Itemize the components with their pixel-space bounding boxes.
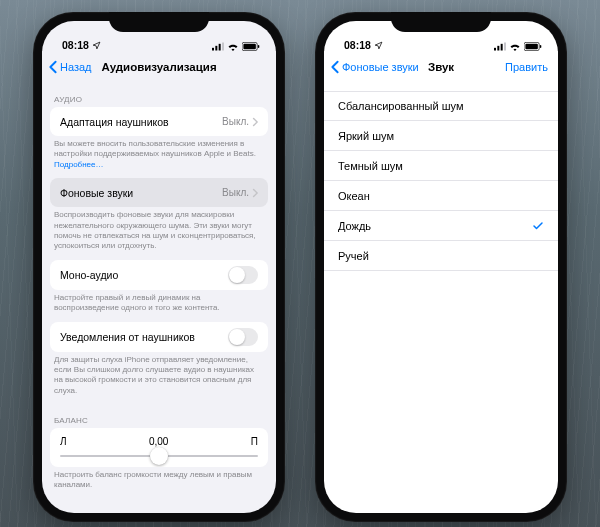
sound-label: Ручей <box>338 250 369 262</box>
iphone-right: 08:18 Фоновые звуки Звук Править Сба <box>315 12 567 522</box>
balance-left-label: Л <box>60 436 67 447</box>
location-icon <box>374 41 383 50</box>
svg-rect-3 <box>222 43 224 51</box>
balance-right-label: П <box>251 436 258 447</box>
svg-rect-12 <box>525 44 537 50</box>
nav-bar: Фоновые звуки Звук Править <box>324 51 558 83</box>
row-value: Выкл. <box>222 187 249 198</box>
row-label: Фоновые звуки <box>60 187 133 199</box>
cellular-icon <box>494 42 506 51</box>
iphone-left: 08:18 Назад Аудиовизуализация АУДИО <box>33 12 285 522</box>
row-headphone-notifications[interactable]: Уведомления от наушников <box>50 322 268 352</box>
row-balance: Л 0,00 П <box>50 428 268 467</box>
chevron-right-icon <box>252 117 258 127</box>
chevron-right-icon <box>252 188 258 198</box>
sound-label: Океан <box>338 190 370 202</box>
status-time: 08:18 <box>62 39 89 51</box>
checkmark-icon <box>532 220 544 232</box>
balance-slider[interactable] <box>60 455 258 457</box>
toggle-headphone-notifications[interactable] <box>228 328 258 346</box>
learn-more-link[interactable]: Подробнее… <box>54 160 104 169</box>
chevron-left-icon <box>48 60 58 74</box>
back-button[interactable]: Назад <box>48 60 92 74</box>
sound-list-content[interactable]: Сбалансированный шумЯркий шумТемный шумО… <box>324 83 558 513</box>
footer-headphone-adaptation: Вы можете вносить пользовательские измен… <box>42 136 276 178</box>
settings-content[interactable]: АУДИО Адаптация наушников Выкл. Вы может… <box>42 83 276 513</box>
wifi-icon <box>509 42 521 51</box>
back-button[interactable]: Фоновые звуки <box>330 60 419 74</box>
sound-row[interactable]: Дождь <box>324 211 558 241</box>
section-header-balance: БАЛАНС <box>42 404 276 428</box>
edit-button[interactable]: Править <box>505 61 552 73</box>
chevron-left-icon <box>330 60 340 74</box>
row-headphone-adaptation[interactable]: Адаптация наушников Выкл. <box>50 107 268 136</box>
notch <box>391 12 491 32</box>
svg-rect-13 <box>540 45 541 48</box>
sound-row[interactable]: Яркий шум <box>324 121 558 151</box>
svg-rect-9 <box>501 44 503 51</box>
balance-center-value: 0,00 <box>149 436 168 447</box>
svg-rect-6 <box>258 45 259 48</box>
battery-icon <box>524 42 542 51</box>
battery-icon <box>242 42 260 51</box>
footer-headphone-notifications: Для защиты слуха iPhone отправляет уведо… <box>42 352 276 405</box>
svg-rect-2 <box>219 44 221 51</box>
sound-row[interactable]: Темный шум <box>324 151 558 181</box>
row-mono-audio[interactable]: Моно-аудио <box>50 260 268 290</box>
row-label: Адаптация наушников <box>60 116 169 128</box>
section-header-visual: ВИЗУАЛЬНЫЕ ЭЛЕМЕНТЫ <box>42 499 276 513</box>
back-label: Назад <box>60 61 92 73</box>
footer-background-sounds: Воспроизводить фоновые звуки для маскиро… <box>42 207 276 260</box>
sound-row[interactable]: Ручей <box>324 241 558 271</box>
status-time: 08:18 <box>344 39 371 51</box>
section-header-audio: АУДИО <box>42 83 276 107</box>
svg-rect-8 <box>497 46 499 51</box>
footer-balance: Настроить баланс громкости между левым и… <box>42 467 276 499</box>
notch <box>109 12 209 32</box>
footer-mono-audio: Настройте правый и левый динамик на восп… <box>42 290 276 322</box>
sound-label: Сбалансированный шум <box>338 100 463 112</box>
wifi-icon <box>227 42 239 51</box>
cellular-icon <box>212 42 224 51</box>
sound-row[interactable]: Океан <box>324 181 558 211</box>
toggle-mono-audio[interactable] <box>228 266 258 284</box>
row-background-sounds[interactable]: Фоновые звуки Выкл. <box>50 178 268 207</box>
svg-rect-5 <box>243 44 255 50</box>
location-icon <box>92 41 101 50</box>
back-label: Фоновые звуки <box>342 61 419 73</box>
sound-row[interactable]: Сбалансированный шум <box>324 91 558 121</box>
nav-bar: Назад Аудиовизуализация <box>42 51 276 83</box>
sound-label: Темный шум <box>338 160 403 172</box>
row-label: Уведомления от наушников <box>60 331 195 343</box>
row-label: Моно-аудио <box>60 269 118 281</box>
svg-rect-1 <box>215 46 217 51</box>
sound-label: Яркий шум <box>338 130 394 142</box>
svg-rect-10 <box>504 43 506 51</box>
sound-label: Дождь <box>338 220 371 232</box>
row-value: Выкл. <box>222 116 249 127</box>
slider-thumb[interactable] <box>150 447 168 465</box>
